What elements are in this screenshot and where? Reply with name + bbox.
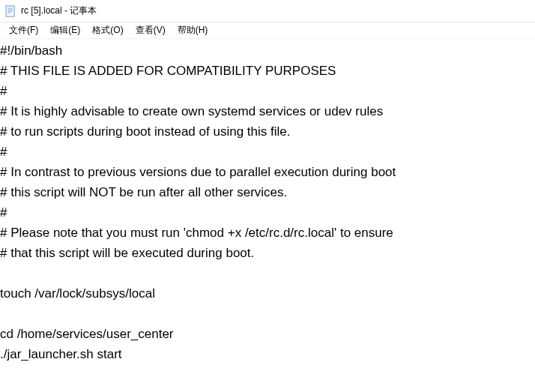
notepad-icon xyxy=(4,5,16,17)
menu-help[interactable]: 帮助(H) xyxy=(172,22,214,38)
menu-view[interactable]: 查看(V) xyxy=(130,22,172,38)
titlebar: rc [5].local - 记事本 xyxy=(0,0,535,22)
menu-format[interactable]: 格式(O) xyxy=(86,22,129,38)
menu-file[interactable]: 文件(F) xyxy=(3,22,44,38)
text-editor[interactable]: #!/bin/bash # THIS FILE IS ADDED FOR COM… xyxy=(0,39,535,364)
menu-edit[interactable]: 编辑(E) xyxy=(44,22,86,38)
menubar: 文件(F) 编辑(E) 格式(O) 查看(V) 帮助(H) xyxy=(0,22,535,39)
window-title: rc [5].local - 记事本 xyxy=(21,4,97,17)
